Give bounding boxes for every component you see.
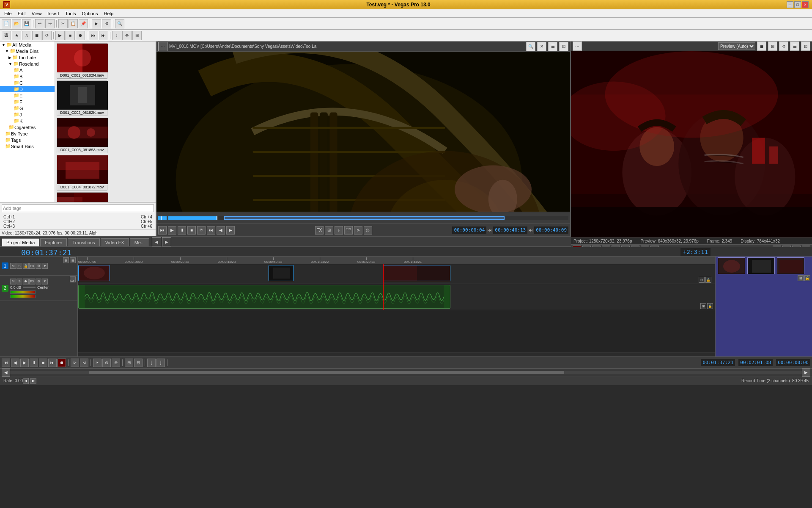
- tree-b[interactable]: 📁 B: [0, 73, 55, 80]
- menu-tools[interactable]: Tools: [63, 10, 79, 17]
- t2-mute-btn[interactable]: M: [10, 279, 16, 284]
- tab-next-icon[interactable]: ▶: [162, 237, 171, 246]
- t2-expand-btn[interactable]: ▼: [42, 279, 48, 284]
- fx-ctrl-btn[interactable]: FX: [315, 226, 324, 235]
- tool2-btn[interactable]: ✥: [122, 31, 132, 40]
- rp-btn2[interactable]: ⊞: [768, 41, 777, 51]
- thumb-3[interactable]: D001_C003_081853.mov: [57, 118, 107, 153]
- play-btn[interactable]: ▶: [55, 31, 65, 40]
- bt-nmark-btn[interactable]: ⊲: [80, 359, 88, 367]
- tree-a[interactable]: 📁 A: [0, 67, 55, 73]
- new-button[interactable]: 📄: [2, 19, 11, 28]
- t1-height2-btn[interactable]: ⊞: [70, 257, 76, 263]
- bt-prev-btn[interactable]: ◀: [11, 359, 19, 367]
- t2-fx-btn[interactable]: FX: [29, 279, 35, 284]
- menu-edit[interactable]: Edit: [15, 10, 28, 17]
- preview-mode-select[interactable]: Preview (Auto): [718, 42, 755, 50]
- rp-btn4[interactable]: ☰: [790, 41, 799, 51]
- video-clip-3[interactable]: [383, 265, 450, 281]
- track-btn[interactable]: ♫: [22, 31, 31, 40]
- save-button[interactable]: 💾: [22, 19, 31, 28]
- loop-btn[interactable]: ⟳: [42, 31, 52, 40]
- video-clip-1[interactable]: [78, 265, 110, 281]
- tl-scroll-left[interactable]: ◀: [2, 368, 10, 377]
- bt-stop-btn[interactable]: ■: [39, 359, 47, 367]
- prev-btn[interactable]: ⏮: [158, 226, 167, 235]
- tree-d[interactable]: 📁 D: [0, 86, 55, 92]
- pause-btn[interactable]: ⏸: [178, 226, 186, 235]
- rp-btn3[interactable]: ⚙: [779, 41, 788, 51]
- render-button[interactable]: ▶: [92, 19, 101, 28]
- right-clip-3[interactable]: [777, 257, 804, 274]
- snap-btn[interactable]: ◼: [32, 31, 41, 40]
- bt-pause-btn[interactable]: ⏸: [30, 359, 38, 367]
- tree-media-bins[interactable]: ▼ 📁 Media Bins: [0, 48, 55, 54]
- bt-play2-btn[interactable]: ▶: [20, 359, 29, 367]
- media-btn[interactable]: 🖼: [2, 31, 11, 40]
- marker-ctrl-btn[interactable]: ⊳: [354, 226, 362, 235]
- tree-f[interactable]: 📁 F: [0, 99, 55, 105]
- right-preview-screen[interactable]: [571, 51, 812, 237]
- rate-dec-btn[interactable]: ◀: [23, 378, 29, 384]
- tool3-btn[interactable]: ⊞: [132, 31, 142, 40]
- audio-clip-1[interactable]: Generated waveform bars below: [78, 285, 450, 309]
- bt-snap-btn[interactable]: ⊞: [125, 359, 133, 367]
- tab-transitions[interactable]: Transitions: [68, 238, 99, 246]
- tree-c[interactable]: 📁 C: [0, 80, 55, 86]
- t1-expand-btn[interactable]: ▼: [42, 263, 48, 269]
- paste-button[interactable]: 📌: [79, 19, 88, 28]
- menu-view[interactable]: View: [29, 10, 44, 17]
- bt-current-timecode[interactable]: 00:01:37:21: [701, 359, 735, 366]
- redo-button[interactable]: ↪: [45, 19, 55, 28]
- t2-comp-btn[interactable]: ⚙: [36, 279, 41, 284]
- rp-btn1[interactable]: ◼: [757, 41, 766, 51]
- tab-prev-icon[interactable]: ◀: [152, 237, 161, 246]
- cut-button[interactable]: ✂: [58, 19, 68, 28]
- right-clip-1[interactable]: [718, 257, 745, 274]
- t2-inf-btn[interactable]: -Inf.: [70, 276, 76, 282]
- right-clip-2[interactable]: [747, 257, 775, 274]
- tl-scrollbar-track[interactable]: [10, 371, 802, 374]
- preview-menu-btn[interactable]: ☰: [548, 42, 557, 51]
- fx-btn[interactable]: ★: [12, 31, 21, 40]
- stop-ctrl-btn[interactable]: ■: [187, 226, 196, 235]
- menu-help[interactable]: Help: [101, 10, 116, 17]
- tree-k[interactable]: 📁 K: [0, 118, 55, 124]
- next-ctrl-btn[interactable]: ⏭: [207, 226, 215, 235]
- tree-tags[interactable]: 📁 Tags: [0, 137, 55, 143]
- next-frame-ctrl-btn[interactable]: ▶: [226, 226, 235, 235]
- t1-solo-btn[interactable]: S: [16, 263, 22, 269]
- thumb-1[interactable]: D001_C001_08182N.mov: [57, 43, 107, 79]
- video-clip-2[interactable]: [269, 265, 294, 281]
- left-preview-screen[interactable]: [156, 52, 570, 212]
- t1-mute-btn[interactable]: M: [10, 263, 16, 269]
- tree-by-type[interactable]: 📁 By Type: [0, 130, 55, 137]
- timeline-scrubber[interactable]: [158, 216, 167, 220]
- preview-progress-bar[interactable]: [168, 216, 568, 220]
- record-btn[interactable]: ⏺: [76, 31, 85, 40]
- tree-roseland[interactable]: ▼ 📁 Roseland: [0, 61, 55, 67]
- rate-inc-btn[interactable]: ▶: [30, 378, 36, 384]
- t1-comp-btn[interactable]: ⚙: [36, 263, 41, 269]
- jog-ctrl-btn[interactable]: ◎: [364, 226, 372, 235]
- thumb-5[interactable]: D001_C005_081898.mov: [57, 192, 107, 202]
- tool1-btn[interactable]: ↕: [112, 31, 121, 40]
- snap-ctrl-btn[interactable]: ⊞: [325, 226, 333, 235]
- preview-close-btn[interactable]: ✕: [537, 42, 546, 51]
- open-button[interactable]: 📂: [12, 19, 21, 28]
- tree-smart-bins[interactable]: 📁 Smart Bins: [0, 143, 55, 149]
- t2-arm-btn[interactable]: ⏺: [23, 279, 29, 284]
- video-ctrl-btn[interactable]: 🎬: [344, 226, 353, 235]
- bt-slice-btn[interactable]: ⊘: [102, 359, 111, 367]
- rp-maximize-btn[interactable]: ⊡: [801, 41, 810, 51]
- bt-cut-btn[interactable]: ✂: [93, 359, 102, 367]
- bt-out-btn[interactable]: ]: [156, 359, 165, 367]
- minimize-button[interactable]: ─: [787, 1, 793, 8]
- copy-button[interactable]: 📋: [69, 19, 78, 28]
- tree-j[interactable]: 📁 J: [0, 111, 55, 118]
- t1-lock-btn[interactable]: 🔒: [23, 263, 29, 269]
- render2-button[interactable]: ⚙: [102, 19, 111, 28]
- tree-cigarettes[interactable]: 📁 Cigarettes: [0, 124, 55, 130]
- preview-search-icon[interactable]: 🔍: [526, 42, 535, 51]
- preview-media-btn[interactable]: ⋯: [158, 42, 167, 51]
